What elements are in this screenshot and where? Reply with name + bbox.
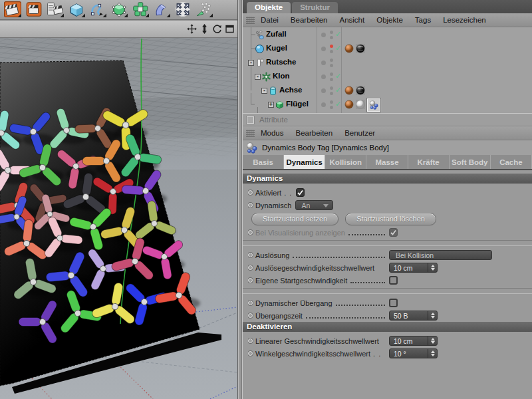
select-field[interactable]: Bei Kollision bbox=[389, 250, 492, 260]
tree-row-achse[interactable]: -Achse✓ bbox=[243, 84, 532, 98]
checkbox[interactable] bbox=[389, 299, 398, 307]
material-white-tag-icon[interactable] bbox=[356, 100, 365, 109]
anim-dot-icon[interactable] bbox=[248, 253, 253, 257]
anim-dot-icon[interactable] bbox=[248, 301, 253, 305]
anim-dot-icon[interactable] bbox=[248, 203, 253, 207]
attr-menu-1[interactable]: Bearbeiten bbox=[296, 129, 333, 137]
add-spline-icon[interactable] bbox=[89, 1, 106, 17]
spinner-arrows[interactable] bbox=[428, 349, 437, 358]
render-settings-icon[interactable] bbox=[47, 1, 64, 17]
viewport[interactable] bbox=[0, 20, 237, 399]
attr-tab-masse[interactable]: Masse bbox=[366, 155, 408, 169]
attr-menu-0[interactable]: Modus bbox=[261, 129, 284, 137]
visibility-dot-render[interactable] bbox=[330, 50, 333, 53]
collapse-icon[interactable]: - bbox=[248, 60, 254, 66]
bend-deformer-icon[interactable] bbox=[153, 1, 170, 17]
visibility-dot-editor[interactable] bbox=[330, 72, 333, 76]
visibility-dot-render[interactable] bbox=[330, 106, 333, 109]
spinner-arrows[interactable] bbox=[428, 336, 437, 345]
menu-grip-icon[interactable] bbox=[246, 130, 255, 137]
layer-dot[interactable] bbox=[321, 61, 326, 65]
visibility-dot-editor[interactable] bbox=[330, 31, 333, 34]
layer-dot[interactable] bbox=[321, 33, 326, 37]
make-editable-icon[interactable] bbox=[110, 1, 128, 17]
enabled-check-icon[interactable]: ✓ bbox=[335, 100, 341, 108]
spinner-arrows[interactable] bbox=[428, 311, 437, 320]
attr-tab-kollision[interactable]: Kollision bbox=[325, 155, 366, 169]
visibility-dot-editor[interactable] bbox=[330, 45, 333, 48]
anim-dot-icon[interactable] bbox=[248, 278, 253, 283]
spinner-arrows[interactable] bbox=[428, 263, 437, 272]
om-tab-struktur[interactable]: Struktur bbox=[292, 2, 338, 13]
om-tab-objekte[interactable]: Objekte bbox=[247, 2, 291, 13]
dynamics-body-tag-icon[interactable] bbox=[367, 98, 380, 112]
phong-tag-icon[interactable] bbox=[344, 44, 354, 53]
visibility-dot-editor[interactable] bbox=[330, 86, 333, 90]
visibility-dot-render[interactable] bbox=[330, 36, 333, 39]
visibility-dot-render[interactable] bbox=[330, 64, 333, 67]
layer-dot[interactable] bbox=[321, 74, 326, 79]
mograph-cloner-icon[interactable] bbox=[132, 1, 149, 17]
tree-row-flügel[interactable]: +Flügel✓ bbox=[243, 98, 532, 112]
anim-dot-icon[interactable] bbox=[248, 313, 253, 318]
viewport-scene[interactable] bbox=[0, 38, 237, 399]
tree-row-zufall[interactable]: Zufall✓ bbox=[243, 28, 532, 42]
checkbox[interactable] bbox=[389, 228, 398, 237]
attr-menu-2[interactable]: Benutzer bbox=[344, 129, 375, 137]
material-dark-tag-icon[interactable] bbox=[356, 44, 365, 53]
layer-dot[interactable] bbox=[321, 88, 326, 93]
collapse-icon[interactable]: - bbox=[261, 88, 267, 94]
add-cube-icon[interactable] bbox=[68, 1, 85, 17]
visibility-dot-render[interactable] bbox=[330, 78, 333, 81]
spinner-field[interactable]: 10 cm bbox=[389, 263, 438, 273]
tree-row-rutsche[interactable]: -Rutsche bbox=[243, 56, 532, 70]
render-view-icon[interactable] bbox=[4, 1, 21, 17]
spinner-field[interactable]: 10 ° bbox=[389, 348, 438, 358]
panel-divider[interactable] bbox=[237, 0, 243, 399]
anim-dot-icon[interactable] bbox=[248, 351, 253, 356]
material-dark-tag-icon[interactable] bbox=[356, 86, 365, 95]
expand-arrows-icon[interactable] bbox=[174, 1, 192, 17]
orbit-view-icon[interactable] bbox=[212, 24, 222, 34]
layer-dot[interactable] bbox=[321, 47, 326, 51]
anim-dot-icon[interactable] bbox=[248, 338, 253, 343]
anim-dot-icon[interactable] bbox=[248, 265, 253, 270]
pan-view-icon[interactable] bbox=[187, 24, 197, 34]
menu-grip-icon[interactable] bbox=[246, 17, 255, 24]
collapse-icon[interactable]: - bbox=[255, 74, 261, 80]
checkbox[interactable] bbox=[389, 276, 398, 285]
enabled-check-icon[interactable]: ✓ bbox=[335, 30, 341, 39]
visibility-dot-editor[interactable] bbox=[330, 59, 333, 62]
attr-tab-kräfte[interactable]: Kräfte bbox=[408, 155, 450, 169]
phong-tag-icon[interactable] bbox=[344, 100, 354, 109]
anim-dot-icon[interactable] bbox=[248, 190, 253, 195]
anim-dot-icon[interactable] bbox=[248, 230, 253, 235]
enabled-check-icon[interactable]: ✓ bbox=[335, 72, 341, 80]
dolly-view-icon[interactable] bbox=[200, 24, 209, 34]
clear-initial-state-button[interactable]: Startzustand löschen bbox=[345, 213, 436, 225]
spinner-field[interactable]: 10 cm bbox=[389, 336, 438, 346]
om-menu-4[interactable]: Tags bbox=[415, 16, 431, 24]
attr-tab-basis[interactable]: Basis bbox=[243, 155, 284, 169]
visibility-dot-editor[interactable] bbox=[330, 100, 333, 104]
om-menu-2[interactable]: Ansicht bbox=[339, 16, 364, 24]
tree-row-kugel[interactable]: Kugel✓ bbox=[243, 42, 532, 56]
attr-tab-dynamics[interactable]: Dynamics bbox=[284, 155, 325, 169]
spinner-field[interactable]: 50 B bbox=[389, 311, 438, 321]
dropdown-dynamisch[interactable]: An bbox=[295, 200, 333, 210]
enabled-check-icon[interactable]: ✓ bbox=[335, 86, 341, 94]
particle-emitter-icon[interactable] bbox=[196, 1, 213, 17]
om-menu-5[interactable]: Lesezeichen bbox=[443, 16, 486, 24]
tree-row-klon[interactable]: -Klon✓ bbox=[243, 70, 532, 84]
om-menu-3[interactable]: Objekte bbox=[376, 16, 403, 24]
om-menu-1[interactable]: Bearbeiten bbox=[291, 16, 328, 24]
visibility-dot-render[interactable] bbox=[330, 92, 333, 95]
enabled-check-icon[interactable]: ✓ bbox=[335, 44, 341, 53]
attribute-dot-square[interactable] bbox=[247, 116, 254, 124]
layer-dot[interactable] bbox=[321, 102, 326, 107]
attr-tab-cache[interactable]: Cache bbox=[491, 155, 532, 169]
om-menu-0[interactable]: Datei bbox=[261, 16, 279, 24]
phong-tag-icon[interactable] bbox=[344, 86, 354, 95]
expand-icon[interactable]: + bbox=[268, 102, 274, 108]
render-picture-viewer-icon[interactable] bbox=[25, 1, 43, 17]
